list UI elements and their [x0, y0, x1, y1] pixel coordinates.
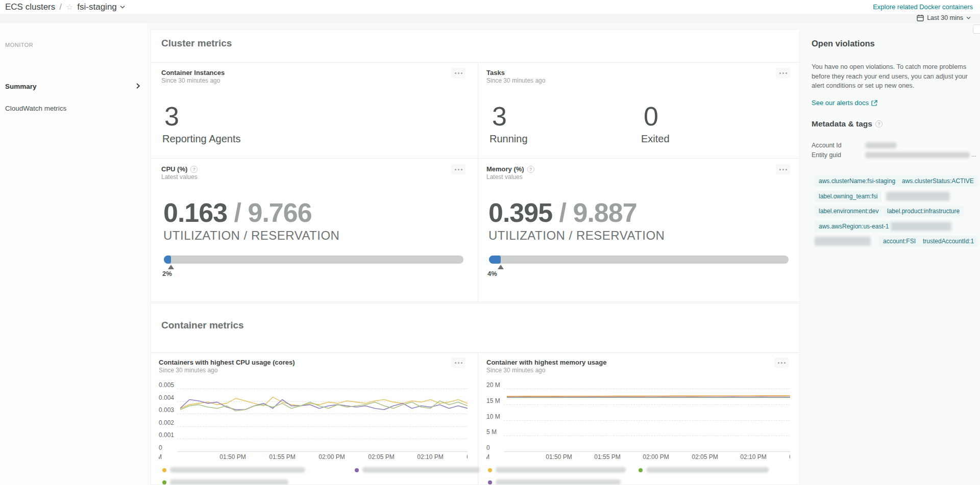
x-axis-tick-label: 02:00 PM [643, 453, 669, 461]
sidebar-item-label: Summary [5, 83, 37, 90]
x-axis-tick-label: 02:05 PM [368, 453, 394, 461]
tag-pill[interactable]: label.product:infrastructure [883, 206, 964, 217]
cpu-progress-fill [164, 256, 171, 264]
breadcrumb-root-link[interactable]: ECS clusters [5, 2, 55, 12]
legend-entry[interactable] [488, 479, 621, 485]
right-rail: Open violations You have no open violati… [805, 23, 980, 485]
chart-line-series [507, 396, 790, 396]
tag-pill[interactable]: aws.clusterName:fsi-staging [815, 175, 899, 187]
help-icon[interactable]: ? [527, 166, 534, 173]
tag-pill[interactable]: account:FSI [879, 236, 920, 247]
x-axis-tick-label: 02:00 PM [318, 453, 345, 461]
card-title-text: CPU (%) [161, 165, 187, 173]
x-axis-labels: PM01:50 PM01:55 PM02:00 PM02:05 PM02:10 … [159, 453, 468, 462]
cpu-usage-chart-card: Containers with highest CPU usage (cores… [151, 352, 478, 484]
legend-dot-icon [639, 468, 643, 472]
card-title: Container Instances [161, 69, 225, 76]
external-link-icon [871, 100, 877, 106]
legend-dot-icon [488, 480, 492, 484]
chart-lines [180, 385, 468, 447]
y-axis-tick-label: 15 M [486, 397, 500, 404]
breadcrumb-separator: / [59, 2, 62, 12]
container-metrics-heading: Container metrics [161, 320, 244, 331]
card-menu-button[interactable] [451, 358, 465, 368]
tasks-running-value: 3 [492, 103, 507, 130]
entity-dropdown[interactable]: fsi-staging [77, 2, 125, 12]
gridline [177, 451, 468, 452]
container-instances-value: 3 [164, 103, 179, 130]
help-icon[interactable]: ? [875, 120, 883, 127]
card-menu-button[interactable] [776, 164, 790, 174]
marker-arrow-icon [498, 265, 504, 269]
legend-entry[interactable] [162, 467, 305, 473]
reservation: / 9.887 [552, 198, 636, 227]
utilization: 0.163 [163, 198, 227, 227]
card-menu-button[interactable] [451, 164, 465, 174]
cpu-utilization-value: 0.163 / 9.766 [163, 199, 312, 226]
legend-label-redacted [170, 479, 288, 485]
x-axis-tick-label: 02:05 PM [692, 453, 718, 461]
legend-dot-icon [355, 468, 359, 472]
card-title: Memory (%) ? [486, 165, 534, 173]
legend-label-redacted [496, 479, 621, 485]
cpu-percent-label: 2% [162, 270, 172, 277]
sidebar-item-summary[interactable]: Summary [0, 79, 147, 94]
tasks-running-label: Running [489, 133, 528, 145]
account-id-label: Account Id [812, 142, 842, 149]
tag-pill[interactable]: aws.clusterStatus:ACTIVE [898, 175, 978, 187]
cpu-progress-track [164, 256, 463, 264]
tag-pill[interactable]: label.environment:dev [815, 206, 883, 217]
card-menu-button[interactable] [774, 358, 789, 368]
chevron-right-icon [136, 83, 140, 89]
card-title: CPU (%) ? [161, 165, 198, 173]
entity-guid-label: Entity guid [812, 151, 841, 159]
tasks-exited-label: Exited [641, 133, 670, 145]
reservation: / 9.766 [227, 198, 311, 227]
explore-docker-containers-link[interactable]: Explore related Docker containers [873, 3, 973, 11]
top-header-bar: ECS clusters / ☆ fsi-staging Explore rel… [0, 0, 980, 14]
chart-lines [507, 385, 790, 447]
sidebar-item-cloudwatch-metrics[interactable]: CloudWatch metrics [0, 101, 147, 116]
y-axis-tick-label: 0 [159, 444, 162, 451]
tag-pill[interactable]: aws.awsRegion:us-east-1 [815, 221, 893, 232]
legend-entry[interactable] [488, 467, 626, 473]
x-axis-tick-label: PM [486, 453, 489, 461]
entity-guid-ellipsis: ... [971, 151, 976, 158]
cpu-caption: UTILIZATION / RESERVATION [163, 228, 339, 243]
calendar-icon [917, 14, 924, 21]
favorite-star-icon[interactable]: ☆ [66, 3, 73, 11]
cluster-metrics-heading: Cluster metrics [161, 38, 232, 49]
x-axis-tick-label: 02:10 PM [417, 453, 443, 461]
alerts-docs-link[interactable]: See our alerts docs [812, 99, 877, 107]
legend-entry[interactable] [162, 479, 288, 485]
sidebar-item-label: CloudWatch metrics [5, 105, 66, 112]
help-icon[interactable]: ? [190, 166, 198, 173]
legend-entry[interactable] [639, 467, 769, 473]
y-axis-tick-label: 0.001 [159, 431, 174, 439]
time-range-picker[interactable]: Last 30 mins [917, 14, 971, 21]
tag-pill[interactable]: trustedAccountId:1 [919, 236, 978, 247]
legend-dot-icon [488, 468, 492, 472]
card-subtitle: Latest values [486, 173, 523, 181]
chart-subtitle: Since 30 minutes ago [486, 367, 545, 374]
memory-progress-fill [489, 256, 501, 264]
card-menu-button[interactable] [776, 68, 790, 78]
card-title-text: Memory (%) [486, 165, 524, 173]
alerts-docs-link-label: See our alerts docs [812, 99, 869, 107]
time-range-bar: Last 30 mins [0, 14, 980, 23]
marker-arrow-icon [168, 265, 174, 269]
tag-redacted [891, 222, 951, 231]
tag-redacted [886, 192, 950, 201]
legend-entry[interactable] [355, 467, 480, 473]
x-axis-tick-label: 01:50 PM [546, 453, 572, 461]
card-menu-button[interactable] [451, 68, 465, 78]
legend-dot-icon [162, 480, 166, 484]
divider [151, 62, 799, 63]
legend-label-redacted [646, 467, 769, 473]
open-violations-heading: Open violations [812, 39, 875, 48]
time-range-label: Last 30 mins [927, 14, 963, 21]
x-axis-tick-label: PM [159, 453, 162, 461]
y-axis-tick-label: 0.002 [159, 419, 174, 426]
tasks-exited-value: 0 [644, 103, 658, 130]
tag-pill[interactable]: label.owning_team:fsi [815, 191, 881, 202]
